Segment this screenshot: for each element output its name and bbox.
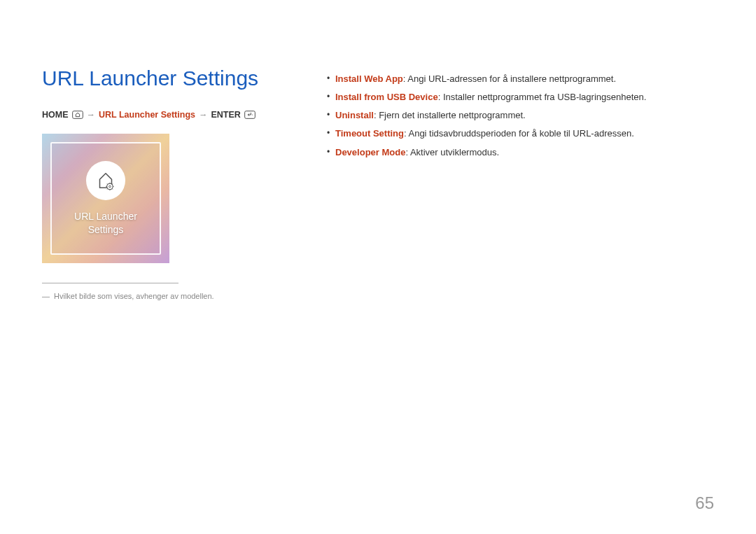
- setting-key: Install from USB Device: [335, 92, 438, 102]
- list-item: Install Web App: Angi URL-adressen for å…: [326, 72, 714, 86]
- setting-desc: : Angi tidsavbruddsperioden for å koble …: [404, 128, 634, 139]
- list-item: Install from USB Device: Installer nettp…: [326, 90, 714, 104]
- footnote-text: Hvilket bilde som vises, avhenger av mod…: [54, 292, 214, 300]
- svg-rect-0: [72, 111, 83, 119]
- page-title: URL Launcher Settings: [42, 66, 301, 90]
- home-icon: [72, 111, 83, 119]
- enter-icon: [244, 111, 255, 119]
- setting-desc: : Fjern det installerte nettprogrammet.: [374, 110, 526, 120]
- thumbnail-label-line1: URL Launcher: [74, 210, 137, 223]
- svg-line-12: [107, 183, 108, 184]
- breadcrumb-arrow: →: [87, 110, 96, 120]
- setting-desc: : Installer nettprogrammet fra USB-lagri…: [438, 92, 647, 102]
- list-item: Developer Mode: Aktiver utviklermodus.: [326, 146, 714, 160]
- footnote-separator: [42, 283, 178, 283]
- setting-key: Uninstall: [335, 110, 374, 120]
- thumbnail-label: URL Launcher Settings: [74, 210, 137, 237]
- footnote-dash: ―: [42, 292, 50, 300]
- footnote: ― Hvilket bilde som vises, avhenger av m…: [42, 292, 301, 300]
- settings-list: Install Web App: Angi URL-adressen for å…: [326, 72, 714, 160]
- setting-desc: : Aktiver utviklermodus.: [405, 147, 499, 157]
- breadcrumb: HOME → URL Launcher Settings → ENTER: [42, 110, 301, 120]
- thumbnail-label-line2: Settings: [74, 223, 137, 237]
- breadcrumb-home: HOME: [42, 110, 69, 120]
- svg-line-10: [107, 188, 108, 189]
- setting-desc: : Angi URL-adressen for å installere net…: [403, 73, 616, 84]
- page-number: 65: [695, 493, 714, 513]
- breadcrumb-arrow: →: [199, 110, 208, 120]
- breadcrumb-middle: URL Launcher Settings: [99, 110, 195, 120]
- setting-key: Developer Mode: [335, 147, 405, 157]
- setting-key: Install Web App: [335, 73, 403, 84]
- svg-point-2: [252, 114, 253, 115]
- svg-line-11: [112, 188, 113, 189]
- list-item: Uninstall: Fjern det installerte nettpro…: [326, 108, 714, 122]
- thumbnail-tile: URL Launcher Settings: [42, 134, 169, 263]
- list-item: Timeout Setting: Angi tidsavbruddsperiod…: [326, 127, 714, 141]
- setting-key: Timeout Setting: [335, 128, 404, 139]
- breadcrumb-enter: ENTER: [211, 110, 240, 120]
- house-gear-icon: [86, 161, 125, 200]
